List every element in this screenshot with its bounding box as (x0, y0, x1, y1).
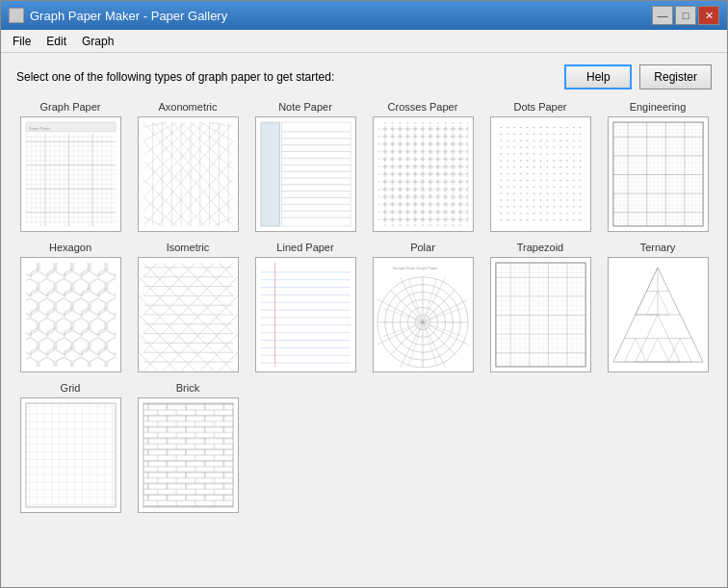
paper-preview-hexagon (20, 257, 121, 372)
paper-label-note-paper: Note Paper (278, 101, 332, 113)
paper-label-grid: Grid (61, 382, 81, 394)
paper-preview-dots-paper (490, 116, 591, 232)
paper-item-grid[interactable]: Grid (16, 382, 124, 513)
paper-label-polar: Polar (410, 242, 435, 253)
paper-preview-axonometric (138, 116, 239, 232)
paper-preview-grid (20, 397, 121, 513)
close-button[interactable]: ✕ (698, 6, 719, 25)
svg-rect-68 (495, 122, 585, 226)
svg-rect-71 (612, 122, 702, 226)
paper-preview-note-paper (255, 116, 356, 232)
paper-preview-graph-paper: Graph Paper (20, 116, 121, 232)
title-controls: — □ ✕ (652, 6, 719, 25)
instructions-bar: Select one of the following types of gra… (16, 64, 712, 89)
paper-label-dots-paper: Dots Paper (513, 101, 566, 113)
paper-label-graph-paper: Graph Paper (40, 101, 101, 113)
button-group: Help Register (564, 64, 712, 89)
paper-item-graph-paper[interactable]: Graph Paper Graph Paper (16, 101, 124, 232)
paper-item-ternary[interactable]: Ternary (604, 242, 712, 372)
svg-rect-47 (281, 122, 351, 226)
title-bar: Graph Paper Maker - Paper Gallery — □ ✕ (1, 1, 727, 30)
paper-gallery: Graph Paper Graph Paper (16, 101, 712, 513)
svg-rect-76 (25, 263, 115, 367)
paper-label-isometric: Isometric (167, 242, 210, 253)
paper-item-crosses-paper[interactable]: Crosses Paper (369, 101, 477, 232)
paper-label-crosses-paper: Crosses Paper (388, 101, 458, 113)
paper-item-trapezoid[interactable]: Trapezoid (486, 242, 594, 372)
paper-preview-brick (138, 397, 239, 513)
paper-item-dots-paper[interactable]: Dots Paper (486, 101, 594, 232)
paper-item-engineering[interactable]: Engineering (604, 101, 712, 232)
paper-preview-isometric (138, 257, 239, 372)
menu-edit[interactable]: Edit (39, 33, 74, 50)
paper-item-lined-paper[interactable]: Lined Paper (251, 242, 359, 372)
svg-rect-46 (260, 122, 279, 226)
menu-bar: File Edit Graph (1, 30, 727, 53)
paper-preview-polar: Sample Polar Graph Paper (373, 257, 474, 372)
content-area: Select one of the following types of gra… (1, 53, 727, 587)
paper-label-hexagon: Hexagon (49, 242, 91, 253)
paper-preview-engineering (608, 116, 709, 232)
paper-item-isometric[interactable]: Isometric (134, 242, 242, 372)
register-button[interactable]: Register (639, 64, 712, 89)
maximize-button[interactable]: □ (675, 6, 696, 25)
svg-rect-148 (495, 263, 585, 367)
instructions-text: Select one of the following types of gra… (16, 70, 334, 84)
paper-item-axonometric[interactable]: Axonometric (134, 101, 242, 232)
paper-item-brick[interactable]: Brick (134, 382, 242, 513)
paper-label-brick: Brick (176, 382, 199, 394)
paper-item-hexagon[interactable]: Hexagon (16, 242, 124, 372)
app-icon (9, 8, 24, 23)
help-button[interactable]: Help (564, 64, 632, 89)
paper-label-ternary: Ternary (640, 242, 676, 253)
title-bar-text: Graph Paper Maker - Paper Gallery (9, 8, 227, 23)
paper-item-note-paper[interactable]: Note Paper (251, 101, 359, 232)
svg-rect-111 (256, 258, 355, 371)
svg-text:Graph Paper: Graph Paper (28, 126, 50, 131)
svg-rect-168 (143, 403, 232, 507)
paper-label-axonometric: Axonometric (158, 101, 217, 113)
paper-preview-crosses-paper (373, 116, 474, 232)
paper-item-polar[interactable]: Polar Sample Polar Graph Paper (369, 242, 477, 372)
paper-label-engineering: Engineering (630, 101, 687, 113)
paper-preview-trapezoid (490, 257, 591, 372)
paper-preview-ternary (608, 257, 709, 372)
svg-text:Sample Polar Graph Paper: Sample Polar Graph Paper (392, 266, 438, 270)
svg-rect-65 (377, 122, 467, 226)
paper-preview-lined-paper (255, 257, 356, 372)
paper-label-lined-paper: Lined Paper (276, 242, 333, 253)
minimize-button[interactable]: — (652, 6, 673, 25)
window-title: Graph Paper Maker - Paper Gallery (30, 9, 227, 23)
menu-graph[interactable]: Graph (74, 33, 121, 50)
svg-rect-4 (25, 134, 115, 226)
svg-rect-162 (25, 403, 115, 507)
main-window: Graph Paper Maker - Paper Gallery — □ ✕ … (0, 0, 728, 588)
paper-label-trapezoid: Trapezoid (517, 242, 564, 253)
menu-file[interactable]: File (5, 33, 39, 50)
